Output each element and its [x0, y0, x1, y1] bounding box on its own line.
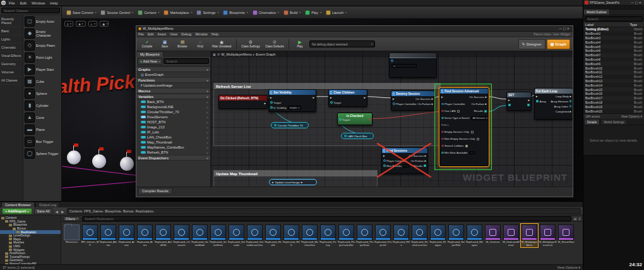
place-actor-item[interactable]: ▶ Player Start — [23, 63, 61, 75]
eye-icon[interactable]: ◉ — [206, 151, 209, 154]
node-clear-children[interactable]: fClear Children ▸ ▸ Target — [328, 89, 367, 107]
node-for-each-loop[interactable]: For Each Loop Loop Body▸ Array Element A… — [534, 88, 573, 120]
viewport-show-button[interactable]: ◉▾ — [100, 21, 109, 27]
add-import-button[interactable]: +Add/Import▾ — [2, 208, 32, 214]
class-settings-button[interactable]: ⚙Class Settings — [239, 38, 262, 51]
filters-button[interactable]: Filters▾ — [63, 216, 80, 221]
node-get-circular-throbber[interactable]: Circular Throbber 70 — [271, 122, 309, 128]
node-find-session-advanced[interactable]: fFind Session Advanced On Success▸ On Fa… — [439, 88, 489, 166]
add-new-button[interactable]: + Add New ▾ — [138, 58, 162, 64]
blueprint-menu-item[interactable]: Window — [193, 32, 210, 36]
section-functions[interactable]: Functions+ — [136, 77, 210, 83]
window-controls[interactable]: — ▢ ✕ — [558, 27, 571, 30]
grid-view-icon[interactable]: ⊞ — [573, 216, 576, 221]
place-actor-item[interactable]: ▲ Cone — [23, 111, 61, 123]
place-actor-item[interactable]: ◯ Sphere Trigger — [23, 147, 61, 159]
compiler-results-tab[interactable]: Compiler Results — [138, 188, 172, 193]
eye-icon[interactable]: ◉ — [206, 141, 209, 144]
save-button[interactable]: ▣Save — [157, 38, 173, 51]
compile-button[interactable]: ✓Compile — [139, 38, 155, 51]
toolbar-button[interactable]: Source Control ▾ — [98, 9, 135, 16]
list-view-icon[interactable]: ≡ — [578, 217, 581, 221]
variable-item[interactable]: MapNames_ComboBox ◉ — [136, 145, 210, 150]
search-lobbies-checkbox[interactable] — [465, 145, 468, 147]
class-defaults-button[interactable]: ⚙Class Defaults — [263, 38, 286, 51]
node-is-checked[interactable]: Is Checked Target — [337, 113, 373, 125]
eye-icon[interactable]: ◉ — [206, 131, 209, 134]
details-tab[interactable]: Details — [584, 119, 600, 125]
window-controls[interactable]: — ▢ ✕ — [629, 1, 643, 4]
outliner-row[interactable]: BoxBrush14Brush — [583, 83, 644, 87]
graph-mode-button[interactable]: ▤Graph — [547, 39, 570, 49]
outliner-row[interactable]: BoxBrush8Brush — [583, 58, 644, 62]
outliner-row[interactable]: BoxBrush17Brush — [583, 96, 644, 101]
find-button[interactable]: ◌Find — [192, 38, 208, 51]
asset-tile[interactable]: W_MultiplayerServerList — [539, 223, 557, 248]
outliner-row[interactable]: Testing (Editor)World — [583, 27, 644, 32]
variable-item[interactable]: Image_213 ◉ — [136, 125, 210, 130]
asset-tile[interactable]: Replicated_GameState — [209, 223, 227, 248]
place-actors-search-input[interactable] — [1, 8, 60, 13]
function-item[interactable]: fUpdateLevelImage — [136, 83, 210, 88]
viewport-lit-button[interactable]: ◐▾ — [88, 21, 97, 27]
asset-search-input[interactable] — [82, 216, 571, 221]
place-actors-category[interactable]: Volumes — [0, 68, 23, 77]
blueprint-menu-item[interactable]: Asset — [155, 32, 168, 36]
forward-arrow-icon[interactable]: ▶ — [61, 209, 65, 214]
asset-tile[interactable]: Replicated_Rifle — [392, 223, 410, 248]
world-settings-tab[interactable]: World Settings — [600, 119, 627, 125]
asset-tile[interactable]: W_MultiplayerMenu — [520, 223, 539, 248]
outliner-column-headers[interactable]: LabelType — [583, 22, 644, 27]
asset-tile[interactable]: Replicated_HUD — [282, 223, 301, 248]
breadcrumb-item[interactable]: Bonus▸ — [123, 209, 134, 213]
asset-tile[interactable]: Replicated_Grenade — [227, 223, 246, 248]
main-menu-item[interactable]: Edit — [18, 1, 29, 5]
eye-icon[interactable]: ◉ — [206, 116, 209, 119]
gear-icon[interactable]: ⚙ — [217, 52, 220, 56]
blueprint-menu-item[interactable]: View — [168, 32, 179, 36]
breadcrumb-item[interactable]: Content▸ — [69, 209, 83, 213]
asset-tile[interactable]: Replicated_Character — [172, 223, 191, 248]
blueprint-menu-item[interactable]: Help — [210, 32, 220, 36]
asset-tile[interactable]: Replicated_GrenadeLauncher — [246, 223, 264, 248]
play-button[interactable]: ▶Play — [292, 38, 308, 51]
world-outliner-tab[interactable]: World Outliner — [583, 9, 610, 15]
toolbar-button[interactable]: Launch ▾ — [324, 9, 349, 16]
eye-icon[interactable]: ◉ — [206, 136, 209, 139]
place-actors-category[interactable]: Basic — [0, 27, 23, 35]
place-actors-category[interactable]: Lights — [0, 35, 23, 44]
outliner-view-options[interactable]: View Options ▾ — [621, 114, 642, 118]
node-update-level-image[interactable]: ▸Update Level Image▸ — [269, 179, 317, 185]
outliner-row[interactable]: BoxBrush19Brush — [583, 104, 644, 109]
variable-item[interactable]: HOST_BTN ◉ — [136, 120, 210, 125]
main-menu-item[interactable]: Help — [47, 1, 60, 5]
outliner-row[interactable]: BoxBrush18Brush — [583, 101, 644, 105]
place-actor-item[interactable]: ▮ Cylinder — [23, 99, 61, 111]
server-type-dropdown[interactable]: All Servers▾ — [471, 116, 489, 120]
browse-button[interactable]: ▤Browse — [174, 38, 191, 51]
hide-unrelated-button[interactable]: ◉Hide Unrelated — [210, 38, 234, 51]
variable-item[interactable]: CircularThrobber_70 ◉ — [136, 109, 210, 114]
eye-icon[interactable]: ◉ — [206, 111, 209, 114]
asset-tile[interactable]: BPI_Interact_MP — [81, 223, 99, 248]
asset-tile[interactable]: Replicated_Health — [264, 223, 282, 248]
asset-tile[interactable]: Replicated_Arms — [136, 223, 154, 248]
place-actors-category[interactable]: Cinematic — [0, 44, 23, 52]
outliner-row[interactable]: BoxBrush3Brush — [583, 36, 644, 40]
blueprint-window-titlebar[interactable]: W_MultiplayerMenu — ▢ ✕ — [136, 26, 573, 32]
path-breadcrumb[interactable]: Content▸FPS_Game▸Blueprints▸Bonus▸Replic… — [67, 208, 581, 214]
breadcrumb-item[interactable]: Blueprints▸ — [105, 209, 122, 213]
debug-object-dropdown[interactable]: No debug object selected▾ — [309, 40, 375, 47]
my-blueprint-search-input[interactable] — [164, 58, 209, 64]
add-dispatcher-button[interactable]: + — [206, 156, 208, 160]
blueprint-menu-item[interactable]: File — [136, 32, 146, 36]
asset-tile[interactable]: W_DedicatedServer — [502, 223, 520, 248]
add-macro-button[interactable]: + — [206, 89, 208, 93]
section-macros[interactable]: Macros+ — [136, 88, 210, 94]
variable-item[interactable]: LAN_CheckBox ◉ — [136, 135, 210, 140]
outliner-row[interactable]: BoxBrush15Brush — [583, 87, 644, 92]
empty-servers-checkbox[interactable] — [471, 131, 474, 133]
asset-tile[interactable]: Replicated_Pickup — [319, 223, 337, 248]
viewport-perspective-button[interactable]: ◈▾ — [76, 21, 86, 27]
event-graph-canvas[interactable]: ▣ ⚙ W_MultiplayerMenu ▸ Event Graph Refr… — [211, 51, 573, 187]
